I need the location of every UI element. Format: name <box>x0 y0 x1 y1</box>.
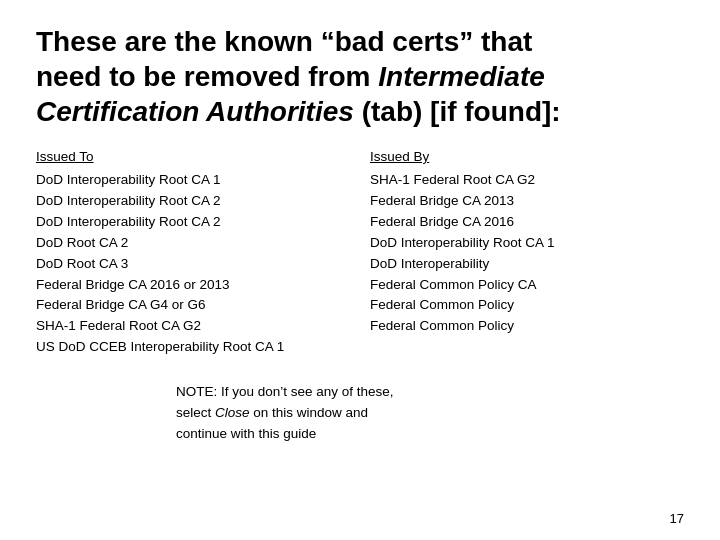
list-item: US DoD CCEB Interoperability Root CA 1 <box>36 337 350 358</box>
list-item: DoD Interoperability Root CA 2 <box>36 191 350 212</box>
list-item: SHA-1 Federal Root CA G2 <box>370 170 684 191</box>
list-item: SHA-1 Federal Root CA G2 <box>36 316 350 337</box>
list-item: Federal Common Policy <box>370 295 684 316</box>
list-item: Federal Bridge CA 2013 <box>370 191 684 212</box>
page: These are the known “bad certs” that nee… <box>0 0 720 540</box>
list-item: Federal Common Policy <box>370 316 684 337</box>
issued-to-header: Issued To <box>36 147 350 168</box>
title-suffix: (tab) [if found]: <box>354 96 561 127</box>
list-item: Federal Bridge CA G4 or G6 <box>36 295 350 316</box>
title-italic-certification: Certification Authorities <box>36 96 354 127</box>
title-line2: need to be removed from Intermediate <box>36 61 545 92</box>
title-line1: These are the known “bad certs” that <box>36 26 532 57</box>
title-line3: Certification Authorities (tab) [if foun… <box>36 96 561 127</box>
list-item: DoD Interoperability Root CA 1 <box>36 170 350 191</box>
list-item: DoD Root CA 2 <box>36 233 350 254</box>
note-line2-prefix: select <box>176 405 215 420</box>
note-line1: NOTE: If you don’t see any of these, <box>176 382 684 403</box>
list-item: Federal Bridge CA 2016 or 2013 <box>36 275 350 296</box>
list-item: DoD Root CA 3 <box>36 254 350 275</box>
list-item: DoD Interoperability <box>370 254 684 275</box>
list-item: Federal Bridge CA 2016 <box>370 212 684 233</box>
list-item: DoD Interoperability Root CA 1 <box>370 233 684 254</box>
note-close-italic: Close <box>215 405 250 420</box>
title-italic-intermediate: Intermediate <box>378 61 545 92</box>
list-item: Federal Common Policy CA <box>370 275 684 296</box>
issued-by-column: Issued By SHA-1 Federal Root CA G2 Feder… <box>370 147 684 358</box>
list-item: DoD Interoperability Root CA 2 <box>36 212 350 233</box>
columns: Issued To DoD Interoperability Root CA 1… <box>36 147 684 358</box>
note-line2: select Close on this window and <box>176 403 684 424</box>
title: These are the known “bad certs” that nee… <box>36 24 684 129</box>
issued-to-column: Issued To DoD Interoperability Root CA 1… <box>36 147 350 358</box>
page-number: 17 <box>670 511 684 526</box>
note-section: NOTE: If you don’t see any of these, sel… <box>176 382 684 445</box>
note-line2-suffix: on this window and <box>250 405 369 420</box>
issued-by-header: Issued By <box>370 147 684 168</box>
note-line3: continue with this guide <box>176 424 684 445</box>
